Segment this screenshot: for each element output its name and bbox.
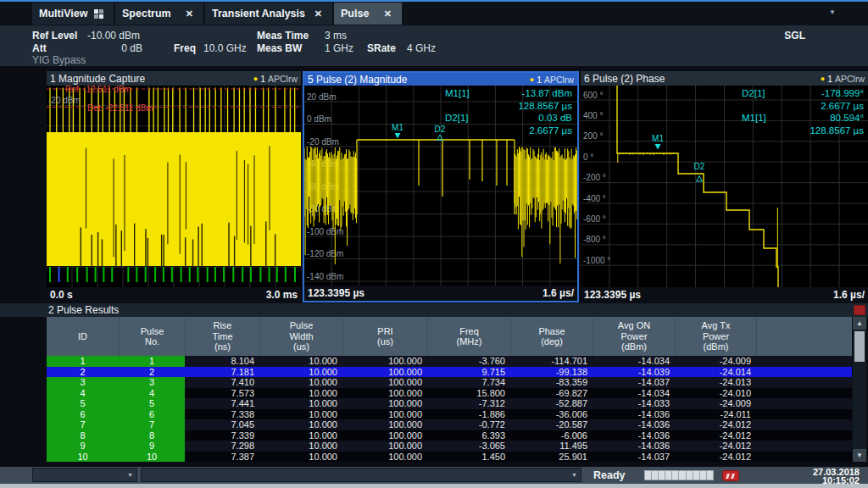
table-row[interactable]: 118.10410.000100.000-3.760-114.701-14.03… [47,356,852,367]
column-header[interactable]: Avg Tx Power (dBm) [675,317,756,356]
value-cell: 25.901 [510,452,593,463]
trace-mode: APClrw [544,75,574,85]
window-pulse-magnitude[interactable]: 5 Pulse (2) Magnitude ● 1 APClrw 20 dBm0… [303,71,579,302]
channel-tab-bar: MultiView Spectrum ✕ Transient Analysis … [0,2,868,25]
value-cell: -14.034 [593,356,675,367]
value-cell: -3.760 [427,356,510,367]
close-icon[interactable]: ✕ [381,8,395,20]
svg-text:-20 dBm: -20 dBm [307,137,339,147]
value-cell: -14.036 [593,419,675,430]
value-cell: -6.006 [510,430,593,441]
value-cell: -14.034 [593,388,675,399]
bottom-edge-strip [0,484,868,488]
status-dropdown-left[interactable]: ▼ [32,468,137,482]
table-row[interactable]: 10107.38710.000100.0001.45025.901-14.037… [47,452,852,463]
tab-spectrum[interactable]: Spectrum ✕ [115,3,203,25]
tab-spectrum-label: Spectrum [122,8,171,19]
window5-title-bar[interactable]: 5 Pulse (2) Magnitude ● 1 APClrw [304,73,577,86]
svg-text:D2: D2 [694,162,705,171]
value-cell: 7.045 [185,419,259,430]
window-pulse-phase[interactable]: 6 Pulse (2) Phase ● 1 APClrw 600 °400 °2… [581,71,868,302]
att-label[interactable]: Att [32,42,47,54]
value-cell: -14.036 [593,441,675,452]
marker-value: 0.03 dB [538,112,572,125]
table-row[interactable]: 447.57310.000100.00015.800-69.827-14.034… [47,388,852,399]
table-row[interactable]: 667.33810.000100.000-1.886-36.006-14.036… [47,409,852,420]
column-header[interactable]: Rise Time (ns) [185,317,259,356]
value-cell: 10.000 [259,419,342,430]
scroll-down-icon[interactable]: ▼ [853,449,866,462]
table-row[interactable]: 557.44110.000100.000-7.312-52.887-14.033… [47,398,852,409]
id-cell: 2 [47,367,119,378]
value-cell: 10.000 [259,356,342,367]
trace-dot-icon: ● [530,75,534,84]
value-cell: 7.339 [185,430,259,441]
value-cell: 10.000 [259,409,342,420]
freq-label[interactable]: Freq [174,42,196,54]
column-header[interactable]: Pulse Width (us) [259,317,342,356]
x-axis-start: 0.0 s [50,289,73,301]
table-row[interactable]: 887.33910.000100.0006.393-6.006-14.036-2… [47,430,852,441]
column-header[interactable]: PRI (us) [342,317,427,356]
close-icon[interactable]: ✕ [182,8,197,20]
id-cell: 7 [119,419,185,430]
column-header[interactable]: Avg ON Power (dBm) [593,317,675,356]
ref-level-label[interactable]: Ref Level [32,30,77,42]
value-cell: 100.000 [342,419,427,430]
tab-transient-analysis[interactable]: Transient Analysis ✕ [205,3,332,25]
status-dropdown-message[interactable]: ▼ [141,468,581,482]
svg-text:-400 °: -400 ° [583,194,606,203]
svg-text:600 °: 600 ° [583,91,603,100]
column-header[interactable]: Phase (deg) [510,317,593,356]
id-cell: 2 [119,367,185,378]
srate-value[interactable]: 4 GHz [407,42,436,54]
att-value[interactable]: 0 dB [102,42,142,54]
window5-title: 5 Pulse (2) Magnitude [308,74,407,86]
table-row[interactable]: 337.41010.000100.0007.734-83.359-14.037-… [47,377,852,388]
datetime: 27.03.2018 10:15:02 [813,467,860,485]
close-icon[interactable]: ✕ [311,8,326,20]
tab-multiview[interactable]: MultiView [32,3,114,25]
value-cell: 100.000 [342,441,427,452]
pulse-results-title-bar[interactable]: 2 Pulse Results [0,303,868,317]
value-cell: 10.000 [259,452,342,463]
tab-pulse[interactable]: Pulse ✕ [334,3,402,25]
trace-number: 1 [827,74,832,84]
table-row[interactable]: 227.18110.000100.0009.715-99.138-14.039-… [47,367,852,378]
column-header[interactable]: Pulse No. [119,317,185,356]
column-header[interactable]: Freq (MHz) [427,317,510,356]
window6-title-bar[interactable]: 6 Pulse (2) Phase ● 1 APClrw [581,71,868,86]
svg-text:200 °: 200 ° [583,131,603,141]
value-cell: -52.887 [510,398,593,409]
freq-value[interactable]: 10.0 GHz [203,42,247,54]
error-indicator-icon[interactable] [722,470,739,481]
id-cell: 3 [119,377,185,388]
id-cell: 6 [47,409,119,420]
meas-time-label[interactable]: Meas Time [257,30,309,42]
window6-x-axis: 123.3395 µs 1.6 µs/ [581,287,868,302]
window1-title-bar[interactable]: 1 Magnitude Capture ● 1 APClrw [47,71,301,86]
table-scrollbar[interactable]: ▲ ▼ [853,317,866,462]
marker-position: 128.8567 µs [518,100,572,113]
value-cell: 7.573 [185,388,259,399]
window-magnitude-capture[interactable]: 1 Magnitude Capture ● 1 APClrw Ref. -12.… [47,71,301,302]
trace-number: 1 [260,74,265,84]
tab-transient-label: Transient Analysis [212,8,305,19]
column-header[interactable]: ID [47,317,119,356]
srate-label[interactable]: SRate [367,42,396,54]
table-row[interactable]: 777.04510.000100.000-0.772-20.587-14.036… [47,419,852,430]
column-header-filler [756,317,852,356]
meas-bw-value[interactable]: 1 GHz [325,42,353,54]
meas-bw-label[interactable]: Meas BW [257,42,302,54]
ref-level-value[interactable]: -10.00 dBm [87,30,140,42]
svg-text:-600 °: -600 ° [583,214,606,224]
tab-overflow-arrow[interactable]: ▼ [829,8,836,16]
table-row[interactable]: 997.29810.000100.000-3.06511.495-14.036-… [47,441,852,452]
value-cell: 100.000 [342,409,427,420]
id-cell: 3 [47,377,119,388]
id-cell: 8 [47,430,119,441]
svg-text:Det. -22.511 dBm: Det. -22.511 dBm [87,103,153,113]
meas-time-value[interactable]: 3 ms [325,30,347,42]
scrollbar-thumb[interactable] [854,331,865,362]
scroll-up-icon[interactable]: ▲ [853,317,866,330]
